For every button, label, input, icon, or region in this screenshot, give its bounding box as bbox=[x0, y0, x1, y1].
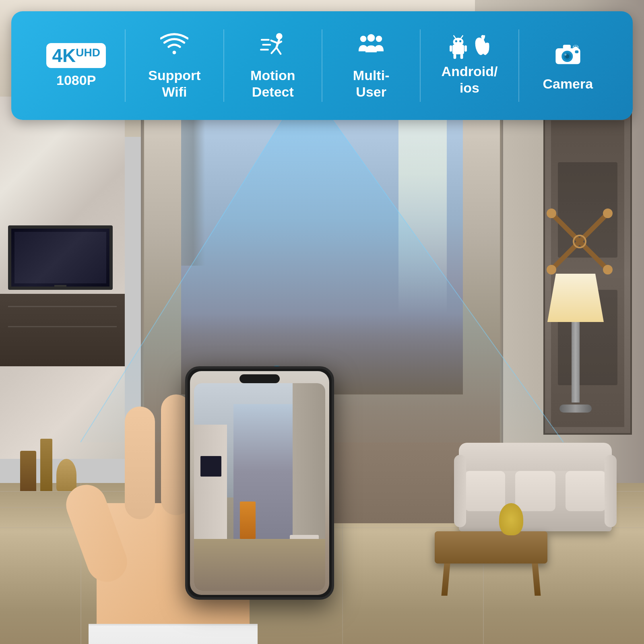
coffee-table bbox=[435, 531, 547, 564]
phone-notch bbox=[239, 374, 280, 383]
uhd-badge: 4K UHD bbox=[46, 43, 105, 68]
main-container: 4K UHD 1080P SupportWifi bbox=[0, 0, 644, 644]
platforms-label: Android/ios bbox=[442, 63, 498, 96]
android-apple-icon bbox=[449, 35, 489, 59]
svg-point-41 bbox=[564, 54, 566, 56]
feature-wifi: SupportWifi bbox=[126, 31, 223, 100]
svg-line-31 bbox=[461, 36, 463, 38]
svg-line-16 bbox=[271, 41, 276, 43]
motion-label: MotionDetect bbox=[250, 67, 295, 100]
uhd-label: 1080P bbox=[56, 72, 96, 89]
svg-line-18 bbox=[271, 47, 276, 53]
phone-in-hand bbox=[64, 382, 346, 644]
feature-uhd: 4K UHD 1080P bbox=[27, 43, 125, 89]
svg-point-28 bbox=[455, 40, 457, 42]
svg-rect-32 bbox=[450, 45, 452, 52]
svg-line-19 bbox=[277, 47, 281, 54]
svg-point-7 bbox=[603, 208, 613, 218]
phone-screen bbox=[190, 371, 329, 595]
svg-point-36 bbox=[481, 35, 485, 39]
svg-point-6 bbox=[547, 208, 556, 218]
sofa bbox=[459, 467, 612, 531]
svg-point-8 bbox=[547, 265, 556, 275]
users-icon bbox=[357, 31, 385, 63]
feature-camera: Camera bbox=[519, 39, 617, 92]
inner-room bbox=[181, 105, 463, 394]
motion-icon bbox=[259, 31, 287, 63]
wifi-label: SupportWifi bbox=[148, 67, 200, 100]
svg-point-29 bbox=[460, 40, 462, 42]
svg-point-13 bbox=[173, 51, 176, 54]
svg-rect-26 bbox=[452, 45, 464, 54]
feature-multiuser: Multi-User bbox=[322, 31, 420, 100]
svg-point-25 bbox=[376, 36, 382, 42]
feature-motion: MotionDetect bbox=[224, 31, 322, 100]
camera-icon bbox=[554, 39, 582, 72]
wifi-icon bbox=[160, 31, 188, 63]
camera-label: Camera bbox=[543, 76, 593, 92]
tv-shelf bbox=[0, 294, 125, 366]
svg-rect-43 bbox=[575, 50, 578, 53]
svg-rect-33 bbox=[464, 45, 467, 52]
television bbox=[8, 225, 113, 290]
feature-banner: 4K UHD 1080P SupportWifi bbox=[11, 11, 633, 120]
svg-rect-34 bbox=[454, 54, 456, 59]
feature-platforms: Android/ios bbox=[421, 35, 518, 96]
svg-rect-42 bbox=[563, 45, 571, 49]
table-decoration bbox=[499, 503, 523, 535]
svg-point-27 bbox=[453, 38, 464, 46]
svg-point-24 bbox=[367, 34, 375, 42]
smartphone[interactable] bbox=[185, 366, 334, 600]
svg-rect-35 bbox=[460, 54, 463, 59]
floor-lamp bbox=[547, 274, 604, 413]
multiuser-label: Multi-User bbox=[353, 67, 390, 100]
svg-point-9 bbox=[603, 265, 613, 275]
wall-art bbox=[539, 201, 620, 282]
svg-point-23 bbox=[360, 36, 367, 42]
svg-line-30 bbox=[454, 36, 456, 38]
